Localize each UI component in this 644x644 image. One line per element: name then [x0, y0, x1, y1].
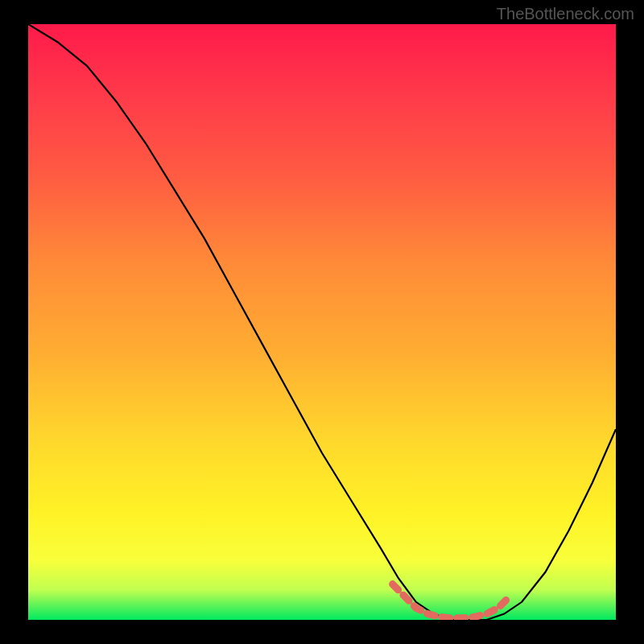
bottleneck-curve-path: [28, 24, 616, 620]
highlight-segment-path: [393, 584, 510, 618]
chart-plot-area: [28, 24, 616, 620]
chart-svg: [28, 24, 616, 620]
watermark-text: TheBottleneck.com: [497, 5, 634, 23]
